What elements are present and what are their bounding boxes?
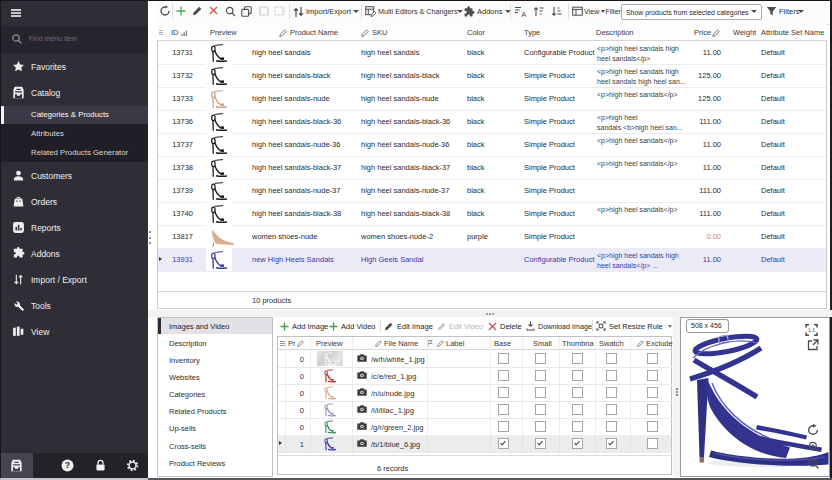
- svg-text:?: ?: [65, 460, 70, 470]
- svg-text:1:1: 1:1: [808, 327, 815, 333]
- svg-text:A: A: [521, 9, 526, 17]
